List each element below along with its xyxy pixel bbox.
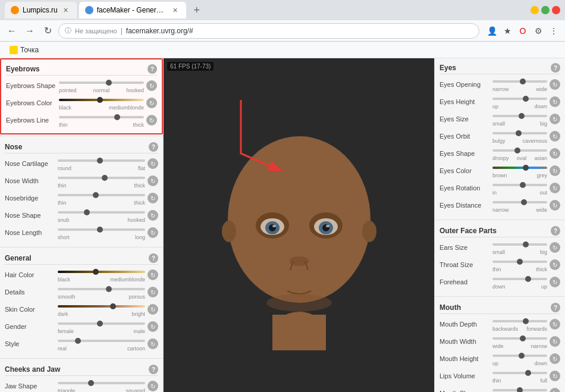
mouth-shape-reset[interactable]: ↻ — [550, 388, 560, 392]
eyebrows-line-right: thick — [133, 122, 144, 128]
eyebrows-color-slider-container: black mediumblonde — [59, 95, 144, 111]
eyebrows-title: Eyebrows — [6, 65, 40, 73]
minimize-button[interactable] — [531, 6, 539, 14]
eyebrows-color-labels: black mediumblonde — [59, 105, 144, 111]
nose-cartilage-reset[interactable]: ↻ — [147, 158, 158, 169]
skin-color-reset[interactable]: ↻ — [147, 304, 158, 315]
ears-size-row: Ears Size smallbig ↻ — [440, 240, 560, 255]
tab-facemaker[interactable]: faceMaker - Generate your favou... × — [79, 2, 186, 18]
eyes-shape-reset[interactable]: ↻ — [550, 148, 560, 159]
menu-icon[interactable]: ⋮ — [547, 24, 560, 37]
tab-lumpics-label: Lumpics.ru — [23, 6, 58, 14]
nose-length-reset[interactable]: ↻ — [147, 227, 158, 238]
back-button[interactable]: ← — [5, 24, 19, 38]
cheeks-help[interactable]: ? — [149, 365, 158, 374]
eyebrows-line-labels: thin thick — [59, 122, 144, 128]
eyes-height-reset[interactable]: ↻ — [550, 96, 560, 107]
opera-icon[interactable]: O — [516, 24, 529, 37]
eyes-distance-reset[interactable]: ↻ — [550, 200, 560, 211]
new-tab-button[interactable]: + — [189, 2, 205, 18]
reload-button[interactable]: ↻ — [40, 24, 55, 38]
section-eyes: Eyes ? Eyes Opening narrowwide ↻ Eyes He… — [435, 58, 565, 218]
forehead-reset[interactable]: ↻ — [550, 277, 560, 287]
mouth-shape-label: Mouth Shape — [440, 390, 490, 392]
eyebrows-color-thumb[interactable] — [97, 97, 103, 103]
nose-shape-reset[interactable]: ↻ — [147, 210, 158, 221]
lips-volume-row: Lips Volume thinfull ↻ — [440, 368, 560, 384]
hair-color-row: Hair Color blackmediumblonde ↻ — [5, 267, 158, 283]
face-preview: 61 FPS (17-73) — [164, 58, 434, 392]
eyebrows-shape-left: pointed — [59, 87, 77, 93]
address-box[interactable]: ⓘ Не защищено | facemaker.uvrg.org/# — [58, 23, 479, 39]
tab-lumpics-close[interactable]: × — [61, 5, 71, 15]
eyebrows-shape-track[interactable] — [59, 78, 144, 87]
nose-width-reset[interactable]: ↻ — [147, 175, 158, 186]
eyebrows-color-left: black — [59, 105, 71, 111]
svg-point-3 — [222, 221, 236, 242]
eyes-color-reset[interactable]: ↻ — [550, 165, 560, 176]
star-icon[interactable]: ★ — [501, 24, 514, 37]
left-panel: Eyebrows ? Eyebrows Shape pointed normal… — [0, 58, 164, 392]
bookmark-tochka[interactable]: Точка — [6, 45, 42, 55]
maximize-button[interactable] — [541, 6, 550, 14]
ears-size-label: Ears Size — [440, 244, 490, 251]
eyes-opening-reset[interactable]: ↻ — [550, 79, 560, 90]
gender-reset[interactable]: ↻ — [147, 321, 158, 332]
eyes-orbit-row: Eyes Orbit bulgycavernous ↻ — [440, 128, 560, 144]
svg-point-18 — [266, 294, 332, 312]
style-reset[interactable]: ↻ — [147, 338, 158, 349]
mouth-depth-reset[interactable]: ↻ — [550, 319, 560, 330]
eyebrows-shape-thumb[interactable] — [106, 80, 112, 86]
title-bar: Lumpics.ru × faceMaker - Generate your f… — [0, 0, 565, 20]
forward-button[interactable]: → — [23, 24, 37, 38]
eyes-title: Eyes — [440, 64, 456, 72]
jaw-shape-reset[interactable]: ↻ — [147, 381, 158, 391]
eyes-height-row: Eyes Height updown ↻ — [440, 94, 560, 109]
section-cheeks: Cheeks and Jaw ? Jaw Shape trianglesquar… — [0, 360, 163, 392]
general-help[interactable]: ? — [149, 253, 158, 263]
tab-lumpics[interactable]: Lumpics.ru × — [5, 2, 77, 18]
eyebrows-line-thumb[interactable] — [114, 114, 120, 120]
ears-size-reset[interactable]: ↻ — [550, 242, 560, 253]
eyebrows-shape-label: Eyebrows Shape — [6, 82, 56, 89]
extensions-icon[interactable]: ⚙ — [532, 24, 545, 37]
eyebrows-help[interactable]: ? — [147, 64, 157, 74]
mouth-help[interactable]: ? — [551, 303, 560, 312]
svg-point-4 — [362, 221, 376, 242]
eyes-size-reset[interactable]: ↻ — [550, 114, 560, 124]
tab-facemaker-close[interactable]: × — [171, 5, 180, 15]
mouth-depth-row: Mouth Depth backwardsforwards ↻ — [440, 316, 560, 332]
eyebrows-shape-reset[interactable]: ↻ — [146, 80, 157, 91]
details-label: Details — [5, 288, 55, 296]
gender-row: Gender femalemale ↻ — [5, 319, 158, 334]
eyebrows-line-left: thin — [59, 122, 68, 128]
cheeks-header: Cheeks and Jaw ? — [5, 363, 158, 376]
eyes-help[interactable]: ? — [551, 63, 560, 73]
hair-color-reset[interactable]: ↻ — [147, 269, 158, 280]
eyebrows-color-reset[interactable]: ↻ — [146, 98, 157, 108]
eyebrows-line-track[interactable] — [59, 112, 144, 122]
eyes-rotation-reset[interactable]: ↻ — [550, 183, 560, 193]
lips-volume-reset[interactable]: ↻ — [550, 371, 560, 381]
jaw-shape-label: Jaw Shape — [5, 382, 55, 390]
nosebridge-reset[interactable]: ↻ — [147, 193, 158, 203]
profile-icon[interactable]: 👤 — [485, 24, 498, 37]
eyebrows-color-track[interactable] — [59, 95, 144, 105]
eyebrows-color-label: Eyebrows Color — [6, 99, 56, 106]
nose-help[interactable]: ? — [149, 142, 158, 152]
throat-size-reset[interactable]: ↻ — [550, 259, 560, 270]
lips-volume-label: Lips Volume — [440, 372, 490, 380]
eyebrows-line-row: Eyebrows Line thin thick ↻ — [6, 112, 157, 128]
mouth-height-reset[interactable]: ↻ — [550, 353, 560, 364]
skin-color-row: Skin Color darkbright ↻ — [5, 302, 158, 317]
details-reset[interactable]: ↻ — [147, 287, 158, 297]
eyebrows-line-reset[interactable]: ↻ — [146, 115, 157, 126]
eyes-orbit-reset[interactable]: ↻ — [550, 131, 560, 142]
outer-face-help[interactable]: ? — [551, 226, 560, 236]
hair-color-label: Hair Color — [5, 271, 55, 278]
right-panel: Eyes ? Eyes Opening narrowwide ↻ Eyes He… — [434, 58, 565, 392]
mouth-width-reset[interactable]: ↻ — [550, 336, 560, 347]
style-label: Style — [5, 340, 55, 347]
eyebrows-color-mid: mediumblonde — [109, 105, 144, 111]
close-button[interactable] — [552, 6, 560, 14]
